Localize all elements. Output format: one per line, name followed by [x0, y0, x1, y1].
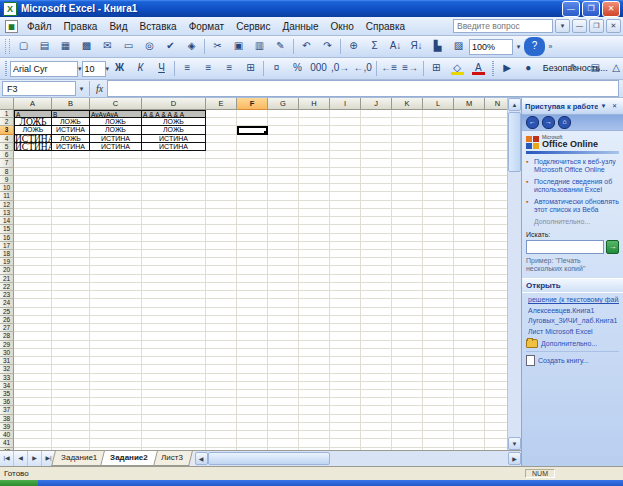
cell-I23[interactable]	[330, 291, 361, 299]
cell-M19[interactable]	[454, 258, 485, 266]
cell-L41[interactable]	[423, 439, 454, 447]
bold-button[interactable]: Ж	[109, 59, 130, 78]
cell-B28[interactable]	[52, 332, 90, 340]
cell-F14[interactable]	[237, 217, 268, 225]
spelling-icon[interactable]: ✔	[160, 37, 181, 56]
cell-K4[interactable]	[392, 135, 423, 143]
cell-A25[interactable]	[14, 308, 52, 316]
cell-G33[interactable]	[268, 374, 299, 382]
cell-M10[interactable]	[454, 184, 485, 192]
cell-J30[interactable]	[361, 349, 392, 357]
hyperlink-icon[interactable]: ⊕	[343, 37, 364, 56]
new-document-icon[interactable]: ▢	[13, 37, 34, 56]
task-pane-dropdown-icon[interactable]: ▼	[598, 101, 609, 112]
insert-function-icon[interactable]: fx	[92, 83, 107, 94]
cell-G9[interactable]	[268, 176, 299, 184]
cell-H12[interactable]	[299, 201, 330, 209]
cell-M26[interactable]	[454, 316, 485, 324]
cell-L21[interactable]	[423, 275, 454, 283]
cell-K31[interactable]	[392, 357, 423, 365]
cell-D16[interactable]	[142, 234, 206, 242]
cell-G37[interactable]	[268, 406, 299, 414]
cell-A34[interactable]	[14, 382, 52, 390]
cell-C4[interactable]: ИСТИНА	[90, 135, 142, 143]
cell-M5[interactable]	[454, 143, 485, 151]
cell-H28[interactable]	[299, 332, 330, 340]
cell-K22[interactable]	[392, 283, 423, 291]
row-header-29[interactable]: 29	[0, 341, 14, 349]
cell-C1[interactable]: АvАvАvА	[90, 110, 142, 118]
cell-F40[interactable]	[237, 431, 268, 439]
cell-I8[interactable]	[330, 168, 361, 176]
cell-J23[interactable]	[361, 291, 392, 299]
cell-G15[interactable]	[268, 225, 299, 233]
cell-G17[interactable]	[268, 242, 299, 250]
cell-L39[interactable]	[423, 423, 454, 431]
cell-I9[interactable]	[330, 176, 361, 184]
create-workbook-link[interactable]: Создать книгу...	[538, 357, 589, 364]
cell-D23[interactable]	[142, 291, 206, 299]
cell-I29[interactable]	[330, 341, 361, 349]
cell-M7[interactable]	[454, 159, 485, 167]
next-sheet-button[interactable]: ▶	[28, 451, 42, 466]
restore-button[interactable]: ❐	[582, 1, 600, 17]
cell-C24[interactable]	[90, 299, 142, 307]
cell-H2[interactable]	[299, 118, 330, 126]
cell-F26[interactable]	[237, 316, 268, 324]
cell-A4[interactable]: ИСТИНА	[14, 135, 52, 143]
open-more-link[interactable]: Дополнительно...	[541, 340, 597, 347]
cell-I7[interactable]	[330, 159, 361, 167]
cell-J40[interactable]	[361, 431, 392, 439]
sort-ascending-icon[interactable]: А↓	[385, 37, 406, 56]
cell-C10[interactable]	[90, 184, 142, 192]
cell-A6[interactable]	[14, 151, 52, 159]
cell-G13[interactable]	[268, 209, 299, 217]
cell-D32[interactable]	[142, 365, 206, 373]
cell-L22[interactable]	[423, 283, 454, 291]
row-header-10[interactable]: 10	[0, 184, 14, 192]
cell-J20[interactable]	[361, 266, 392, 274]
cell-F34[interactable]	[237, 382, 268, 390]
cell-D13[interactable]	[142, 209, 206, 217]
cell-L26[interactable]	[423, 316, 454, 324]
cell-K14[interactable]	[392, 217, 423, 225]
cell-H40[interactable]	[299, 431, 330, 439]
cell-J10[interactable]	[361, 184, 392, 192]
cell-E17[interactable]	[206, 242, 237, 250]
cell-K7[interactable]	[392, 159, 423, 167]
cell-H27[interactable]	[299, 324, 330, 332]
cell-D7[interactable]	[142, 159, 206, 167]
cell-H26[interactable]	[299, 316, 330, 324]
cell-L11[interactable]	[423, 192, 454, 200]
cell-E22[interactable]	[206, 283, 237, 291]
cell-D20[interactable]	[142, 266, 206, 274]
row-header-33[interactable]: 33	[0, 374, 14, 382]
cell-M6[interactable]	[454, 151, 485, 159]
font-name-select[interactable]	[10, 61, 78, 77]
cell-D15[interactable]	[142, 225, 206, 233]
cell-K16[interactable]	[392, 234, 423, 242]
cell-C18[interactable]	[90, 250, 142, 258]
cell-E19[interactable]	[206, 258, 237, 266]
cell-C40[interactable]	[90, 431, 142, 439]
cell-J38[interactable]	[361, 415, 392, 423]
cell-C9[interactable]	[90, 176, 142, 184]
cell-N36[interactable]	[485, 398, 507, 406]
cell-N6[interactable]	[485, 151, 507, 159]
column-header-A[interactable]: A	[14, 98, 52, 110]
cell-I4[interactable]	[330, 135, 361, 143]
menu-item-6[interactable]: Данные	[276, 20, 324, 33]
create-workbook-row[interactable]: Создать книгу...	[526, 355, 619, 366]
row-header-42[interactable]: 42	[0, 448, 14, 450]
cell-J24[interactable]	[361, 299, 392, 307]
cell-I15[interactable]	[330, 225, 361, 233]
cell-L14[interactable]	[423, 217, 454, 225]
cell-A30[interactable]	[14, 349, 52, 357]
cell-K32[interactable]	[392, 365, 423, 373]
cell-B13[interactable]	[52, 209, 90, 217]
row-header-16[interactable]: 16	[0, 234, 14, 242]
row-header-21[interactable]: 21	[0, 275, 14, 283]
chart-wizard-icon[interactable]: ▙	[427, 37, 448, 56]
cell-F20[interactable]	[237, 266, 268, 274]
row-header-37[interactable]: 37	[0, 406, 14, 414]
